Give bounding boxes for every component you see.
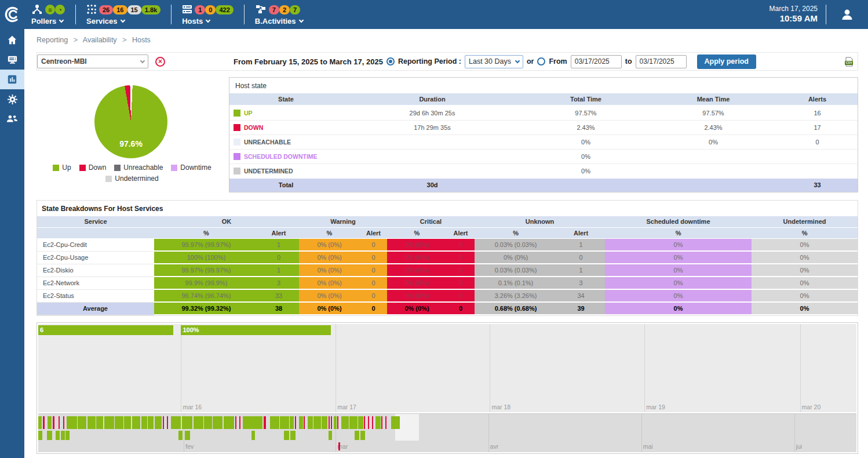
gauge-icon[interactable]: ◔ xyxy=(55,5,65,14)
nav-label-hosts: Hosts xyxy=(182,17,203,26)
duration-value: 29d 6h 30m 25s xyxy=(342,106,522,120)
legend-swatch xyxy=(114,165,121,171)
service-name[interactable]: Ec2-Cpu-Usage xyxy=(37,251,154,264)
service-name[interactable]: Ec2-Network xyxy=(37,277,154,289)
host-state-label[interactable]: UNREACHABLE xyxy=(244,139,291,146)
monitoring-screen-icon xyxy=(7,54,18,65)
list-icon[interactable]: ≡ xyxy=(45,5,55,14)
services-icon xyxy=(86,4,97,14)
from-label: From xyxy=(549,57,567,66)
count-badge[interactable]: 7 xyxy=(269,5,279,14)
legend-item-unreachable[interactable]: Unreachable xyxy=(114,163,163,173)
legend-item-up[interactable]: Up xyxy=(53,163,71,173)
legend-item-down[interactable]: Down xyxy=(79,163,107,173)
count-badge[interactable]: 422 xyxy=(216,5,233,14)
navigator-down-segment xyxy=(63,416,64,429)
filter-bar: Centreon-MBI × From February 15, 2025 to… xyxy=(37,52,858,71)
navigator-down-segment xyxy=(59,416,60,429)
nav-group-hosts[interactable]: 10422 Hosts xyxy=(182,3,234,26)
host-state-label[interactable]: UP xyxy=(244,110,253,117)
navigator-up-segment xyxy=(243,416,262,429)
timeline-gridline xyxy=(644,324,645,412)
legend-label: Up xyxy=(62,163,71,173)
count-badge[interactable]: 26 xyxy=(99,5,113,14)
duration-value xyxy=(342,149,522,163)
breakdown-subheader-row: %Alert%Alert%Alert%Alert%% xyxy=(37,227,858,238)
availability-bar[interactable]: 100% xyxy=(181,325,331,335)
breakdown-subheader: % xyxy=(475,227,557,238)
navigator-down-segment xyxy=(163,416,164,429)
navigator-month-label: avr xyxy=(490,443,499,450)
navigator-down-segment xyxy=(381,416,382,429)
reporting-period-radio[interactable] xyxy=(386,57,395,66)
centreon-logo[interactable] xyxy=(0,6,25,23)
duration-value: 17h 29m 35s xyxy=(342,120,522,135)
count-badge[interactable]: 1.8k xyxy=(141,5,161,14)
breadcrumb-availability[interactable]: Availability xyxy=(83,36,117,44)
host-state-label[interactable]: SCHEDULED DOWNTIME xyxy=(244,153,318,160)
navigator-down-segment xyxy=(239,416,240,429)
service-name[interactable]: Ec2-Diskio xyxy=(37,264,154,277)
navigator-up-segment xyxy=(349,416,357,429)
csv-export-icon[interactable]: CSV xyxy=(844,57,854,67)
breakdown-group-header: OK xyxy=(154,216,299,227)
navigator-down-segment xyxy=(304,416,305,429)
nav-group-bactivities[interactable]: 727 B.Activities xyxy=(255,3,303,26)
breakdown-group-header-row: ServiceOKWarningCriticalUnknownScheduled… xyxy=(37,216,858,227)
breakdown-subheader: Alert xyxy=(447,227,475,238)
timeline-navigator[interactable]: fevmaravrmaijui xyxy=(38,413,856,452)
from-date-input[interactable] xyxy=(571,55,622,68)
host-availability-pie-chart[interactable]: 97.6% UpDownUnreachableDowntimeUndetermi… xyxy=(37,75,228,191)
breakdown-service-row: Ec2-Diskio99.97% (99.97%)10% (0%)00% (0%… xyxy=(37,264,858,277)
legend-item-undetermined[interactable]: Undetermined xyxy=(105,174,158,184)
host-state-label[interactable]: UNDETERMINED xyxy=(244,168,293,175)
nav-group-pollers[interactable]: ≡◔ Pollers xyxy=(31,3,65,26)
navigator-down-segment xyxy=(295,416,296,429)
service-name[interactable]: Ec2-Status xyxy=(37,289,154,302)
timeline-chart[interactable]: mar 16mar 17mar 18mar 19mar 206100% xyxy=(38,324,856,412)
service-name[interactable]: Ec2-Cpu-Credit xyxy=(37,238,154,251)
host-state-column-header: Alerts xyxy=(777,93,858,106)
breakdown-subheader: % xyxy=(605,227,752,238)
navigator-up-segment xyxy=(78,416,86,429)
count-badge[interactable]: 15 xyxy=(127,5,141,14)
nav-group-services[interactable]: 2616151.8k Services xyxy=(86,3,161,26)
clear-filter-icon[interactable]: × xyxy=(155,57,165,67)
breadcrumb-reporting[interactable]: Reporting xyxy=(37,36,68,44)
legend-item-downtime[interactable]: Downtime xyxy=(171,163,211,173)
user-menu-button[interactable] xyxy=(826,7,868,22)
navigator-month-label: jui xyxy=(796,443,803,450)
count-badge[interactable]: 0 xyxy=(205,5,216,14)
breakdown-subheader: % xyxy=(299,227,360,238)
state-swatch xyxy=(234,168,240,175)
sidebar-item-reporting[interactable] xyxy=(0,70,24,89)
apply-period-button[interactable]: Apply period xyxy=(697,54,756,69)
bar-chart-icon xyxy=(7,74,17,85)
host-group-select[interactable]: Centreon-MBI xyxy=(37,54,148,68)
navigator-down-segment xyxy=(385,416,386,429)
host-state-total-row: Total30d33 xyxy=(229,178,858,192)
period-select[interactable]: Last 30 Days xyxy=(465,55,523,68)
sidebar-item-administration[interactable] xyxy=(0,109,24,129)
count-badge[interactable]: 1 xyxy=(195,5,205,14)
state-swatch xyxy=(234,139,240,146)
count-badge[interactable]: 2 xyxy=(279,5,290,14)
navigator-up-segment xyxy=(299,416,303,429)
nav-label-pollers: Pollers xyxy=(31,17,56,26)
pie[interactable]: 97.6% xyxy=(94,85,167,158)
navigator-up-segment xyxy=(48,416,52,429)
host-state-label[interactable]: DOWN xyxy=(244,124,263,131)
availability-bar[interactable]: 6 xyxy=(38,325,173,335)
mean-time-value: 0% xyxy=(650,135,777,149)
sidebar-item-home[interactable] xyxy=(0,30,24,50)
count-badge[interactable]: 7 xyxy=(290,5,300,14)
navigator-up-segment xyxy=(132,416,141,429)
pie-legend: UpDownUnreachableDowntimeUndetermined xyxy=(37,163,228,185)
sidebar-item-monitoring[interactable] xyxy=(0,50,24,70)
sidebar-item-configuration[interactable] xyxy=(0,89,24,109)
to-date-input[interactable] xyxy=(636,55,687,68)
count-badge[interactable]: 16 xyxy=(113,5,127,14)
mean-time-value: 2.43% xyxy=(650,120,777,135)
breadcrumb-hosts[interactable]: Hosts xyxy=(132,36,151,44)
custom-period-radio[interactable] xyxy=(537,57,545,66)
